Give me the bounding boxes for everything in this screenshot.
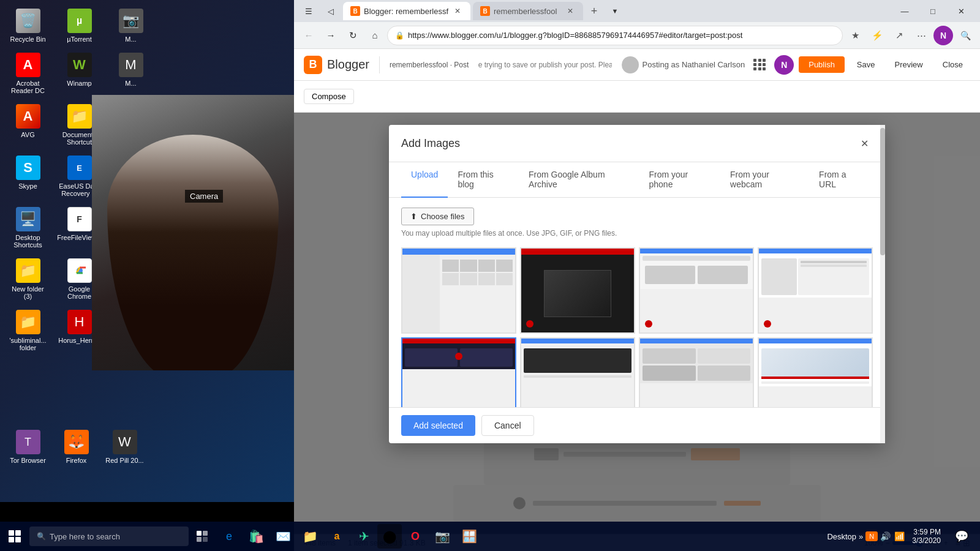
close-post-button[interactable]: Close bbox=[935, 56, 970, 73]
browser-menu-button[interactable]: ⋯ bbox=[911, 26, 931, 45]
share-button[interactable]: ↗ bbox=[889, 26, 909, 45]
upload-icon: ⬆ bbox=[410, 212, 417, 221]
address-bar[interactable]: 🔒 https://www.blogger.com/u/1/blogger.g?… bbox=[387, 26, 843, 45]
icon-camera[interactable]: 📷 M... bbox=[108, 5, 154, 47]
image-thumb-8[interactable] bbox=[758, 337, 873, 407]
icon-redpill[interactable]: W Red Pill 20... bbox=[102, 426, 148, 468]
tab-from-blog[interactable]: From this blog bbox=[448, 162, 519, 198]
publish-button[interactable]: Publish bbox=[799, 56, 845, 73]
modal-close-button[interactable]: ✕ bbox=[856, 135, 873, 152]
tab-upload[interactable]: Upload bbox=[401, 162, 448, 198]
modal-scrollbar[interactable] bbox=[880, 125, 885, 443]
profile-button[interactable]: N bbox=[933, 26, 953, 45]
icon-acrobat[interactable]: A Acrobat Reader DC bbox=[5, 49, 51, 98]
red-dot-2 bbox=[526, 320, 533, 328]
taskbar-camera-button[interactable]: 📷 bbox=[429, 523, 456, 550]
google-apps-button[interactable] bbox=[750, 55, 769, 75]
new-tab-button[interactable]: + bbox=[586, 2, 603, 20]
icon-utorrent[interactable]: µ µTorrent bbox=[56, 5, 102, 47]
person-silhouette bbox=[107, 135, 279, 370]
taskbar-amazon-button[interactable]: a bbox=[323, 523, 350, 550]
browser-tab-active-label: Blogger: rememberlessf bbox=[364, 7, 448, 16]
browser-nav-back-arrow[interactable]: ◁ bbox=[321, 1, 341, 21]
home-button[interactable]: ⌂ bbox=[365, 26, 385, 45]
image-grid-area bbox=[389, 242, 885, 407]
camera-label: Camera bbox=[185, 190, 223, 203]
horus-icon: H bbox=[67, 310, 92, 334]
icon-desktop-shortcuts[interactable]: 🖥️ Desktop Shortcuts bbox=[5, 203, 51, 252]
user-profile-button[interactable]: N bbox=[774, 55, 794, 75]
taskbar-windows-button[interactable]: 🪟 bbox=[456, 523, 483, 550]
forward-button[interactable]: → bbox=[321, 26, 341, 45]
posting-avatar bbox=[622, 56, 639, 73]
tab-from-phone[interactable]: From your phone bbox=[639, 162, 720, 198]
notification-button[interactable]: 💬 bbox=[948, 523, 975, 550]
icon-winamp[interactable]: W Winamp bbox=[56, 49, 102, 98]
taskbar-tripadvisor-button[interactable]: ✈ bbox=[350, 523, 377, 550]
clock-time: 3:59 PM bbox=[912, 528, 941, 536]
icon-new-folder[interactable]: 📁 New folder (3) bbox=[5, 255, 51, 304]
icon-tor-browser[interactable]: T Tor Browser bbox=[5, 426, 51, 468]
taskbar-search[interactable]: 🔍 Type here to search bbox=[29, 527, 189, 546]
maximize-button[interactable]: □ bbox=[919, 0, 947, 22]
icon-subliminal[interactable]: 📁 'subliminal... folder bbox=[5, 306, 51, 355]
taskbar-mail-button[interactable]: ✉️ bbox=[270, 523, 296, 550]
blogger-b-icon: B bbox=[304, 56, 322, 74]
image-thumb-2[interactable] bbox=[520, 247, 635, 334]
tab-from-url[interactable]: From a URL bbox=[809, 162, 873, 198]
documents-icon: 📁 bbox=[67, 104, 92, 129]
utorrent-icon: µ bbox=[67, 9, 92, 33]
browser-nav-sidebar[interactable]: ☰ bbox=[299, 1, 318, 21]
taskbar-task-view[interactable] bbox=[189, 523, 216, 550]
close-button[interactable]: ✕ bbox=[947, 0, 975, 22]
system-clock[interactable]: 3:59 PM 3/3/2020 bbox=[907, 525, 946, 547]
search-icon: 🔍 bbox=[37, 532, 46, 541]
taskbar-unknown-1[interactable]: ⬤ bbox=[377, 524, 402, 549]
preview-button[interactable]: Preview bbox=[888, 56, 930, 73]
image-thumb-4[interactable] bbox=[758, 247, 873, 334]
icon-firefox[interactable]: 🦊 Firefox bbox=[53, 426, 99, 468]
icon-avg[interactable]: A AVG bbox=[5, 100, 51, 149]
browser-tab-active[interactable]: B Blogger: rememberlessf ✕ bbox=[343, 2, 470, 20]
browser-extension-button[interactable]: ⚡ bbox=[867, 26, 887, 45]
taskbar-explorer-button[interactable]: 📁 bbox=[296, 523, 323, 550]
image-thumb-7[interactable] bbox=[639, 337, 754, 407]
icon-skype[interactable]: S Skype bbox=[5, 152, 51, 201]
windows-logo-icon bbox=[9, 530, 21, 542]
image-thumb-6[interactable] bbox=[520, 337, 635, 407]
taskbar-edge-button[interactable]: e bbox=[216, 523, 243, 550]
save-button[interactable]: Save bbox=[850, 56, 883, 73]
minimize-button[interactable]: — bbox=[891, 0, 919, 22]
blogger-header: B Blogger rememberlessfool · Post e tryi… bbox=[294, 49, 980, 81]
network-icon[interactable]: 📶 bbox=[894, 531, 905, 541]
modal-tabs: Upload From this blog From Google Album … bbox=[389, 162, 885, 198]
taskbar-store-button[interactable]: 🛍️ bbox=[243, 523, 270, 550]
cancel-button[interactable]: Cancel bbox=[481, 415, 534, 436]
tab-dropdown-button[interactable]: ▼ bbox=[605, 1, 625, 21]
redpill-icon: W bbox=[113, 430, 137, 454]
tab-from-album[interactable]: From Google Album Archive bbox=[519, 162, 639, 198]
icon-m[interactable]: M M... bbox=[108, 49, 154, 98]
selected-indicator bbox=[455, 353, 462, 360]
thumb-ui-4 bbox=[759, 249, 872, 332]
browser-tab-inactive[interactable]: B rememberlessfool ✕ bbox=[473, 2, 583, 20]
desktop: 🗑️ Recycle Bin µ µTorrent 📷 M... A Acrob… bbox=[0, 0, 294, 502]
add-selected-button[interactable]: Add selected bbox=[401, 415, 475, 436]
image-thumb-1[interactable] bbox=[401, 247, 516, 334]
speakers-icon[interactable]: 🔊 bbox=[880, 531, 891, 541]
search-sidebar-button[interactable]: 🔍 bbox=[956, 26, 975, 45]
tab-from-webcam[interactable]: From your webcam bbox=[720, 162, 809, 198]
browser-tab-close-2[interactable]: ✕ bbox=[565, 6, 576, 17]
bottom-icons: T Tor Browser 🦊 Firefox W Red Pill 20... bbox=[0, 424, 153, 470]
image-thumb-5[interactable] bbox=[401, 337, 516, 407]
icon-recycle-bin[interactable]: 🗑️ Recycle Bin bbox=[5, 5, 51, 47]
taskbar-opera-button[interactable]: O bbox=[402, 523, 429, 550]
bookmark-star-button[interactable]: ★ bbox=[845, 26, 865, 45]
start-button[interactable] bbox=[0, 522, 29, 551]
choose-files-button[interactable]: ⬆ Choose files bbox=[401, 208, 474, 225]
browser-tab-close-1[interactable]: ✕ bbox=[452, 6, 463, 17]
refresh-button[interactable]: ↻ bbox=[343, 26, 363, 45]
image-thumb-3[interactable] bbox=[639, 247, 754, 334]
compose-button[interactable]: Compose bbox=[304, 89, 354, 104]
back-button[interactable]: ← bbox=[299, 26, 318, 45]
